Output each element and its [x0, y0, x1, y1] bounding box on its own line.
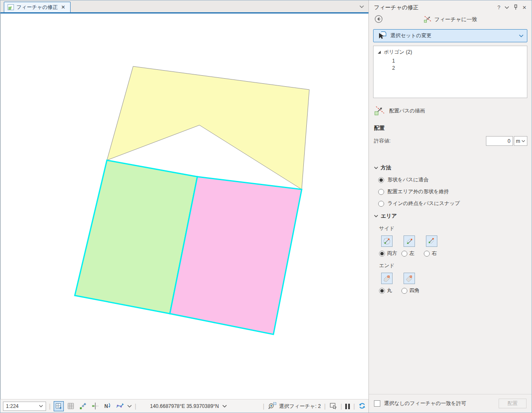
arcgis-window: フィーチャの修正 ✕ 1:224 | [0, 0, 532, 413]
select-tool-icon[interactable] [329, 402, 337, 411]
pane-menu-chevron-icon[interactable] [505, 5, 509, 11]
selected-features-count[interactable]: 選択フィーチャ: 2 [279, 403, 321, 410]
method-option-row[interactable]: 形状をパスに適合 [373, 176, 527, 183]
matched-features-list[interactable]: ポリゴン (2) 1 2 [373, 46, 527, 98]
north-icon: N [104, 402, 112, 410]
tree-item-2[interactable]: 2 [374, 64, 527, 71]
radio-end-round-label: 丸 [387, 287, 392, 294]
back-arrow-icon [374, 15, 383, 23]
tabstrip-chevron-down-icon[interactable] [359, 4, 364, 10]
separator: | [352, 403, 356, 410]
dropdown-chevron-icon[interactable] [519, 34, 524, 38]
side-right-button[interactable] [426, 235, 437, 247]
coordinates-chevron-icon[interactable] [222, 405, 227, 408]
map-tab-title: フィーチャの修正 [16, 4, 57, 11]
edit-sketch-button[interactable] [78, 401, 88, 411]
north-align-button[interactable]: N [103, 401, 113, 411]
method-collapse-icon[interactable] [374, 167, 378, 170]
unit-chevron-icon [521, 140, 525, 142]
method-section-header[interactable]: 方法 [373, 164, 527, 172]
selection-status-group: | 選択フィーチャ: 2 | | [262, 399, 366, 413]
tolerance-unit-value: m [516, 138, 520, 144]
vertex-snap-button[interactable] [90, 401, 101, 411]
method-option-row[interactable]: ラインの終点をパスにスナップ [373, 200, 527, 207]
scale-combobox[interactable]: 1:224 [3, 402, 46, 411]
pane-footer: 選択なしのフィーチャの一致を許可 配置 [369, 394, 532, 413]
tolerance-input[interactable] [486, 136, 513, 146]
side-left-button[interactable] [404, 235, 415, 247]
radio-side-left[interactable] [401, 251, 407, 257]
radio-snap-ends[interactable] [378, 201, 384, 207]
placement-heading: 配置 [373, 125, 527, 132]
grid-toggle-button[interactable] [66, 401, 76, 411]
area-section-header[interactable]: エリア [373, 213, 527, 220]
scale-chevron-down-icon[interactable] [39, 405, 43, 408]
editing-tools-chevron-icon[interactable] [127, 403, 132, 409]
selection-set-dropdown[interactable]: 選択セットの変更 [373, 29, 527, 42]
side-both-icon [382, 237, 391, 246]
zoom-to-selection-icon[interactable] [268, 402, 277, 411]
method-option-row[interactable]: 配置エリア外の形状を維持 [373, 188, 527, 195]
view-tab-strip: フィーチャの修正 ✕ [0, 0, 368, 12]
trace-mode-button[interactable] [115, 401, 125, 411]
draw-path-icon [374, 105, 385, 117]
side-label: サイド [373, 225, 527, 232]
coordinate-readout[interactable]: 140.6687978°E 35.9370389°N [140, 399, 237, 413]
side-right-icon [427, 237, 436, 246]
pause-drawing-icon[interactable] [345, 404, 350, 409]
pane-header: フィーチャの修正 ? ✕ [373, 0, 527, 11]
separator: | [134, 403, 137, 410]
separator: | [48, 403, 52, 410]
radio-end-square-label: 四角 [409, 287, 420, 294]
help-icon[interactable]: ? [497, 5, 500, 11]
selection-set-label: 選択セットの変更 [390, 32, 516, 39]
tree-item-1[interactable]: 1 [374, 57, 527, 64]
tool-title: フィーチャに一致 [434, 16, 477, 23]
radio-end-square[interactable] [401, 288, 407, 294]
map-document: フィーチャの修正 ✕ 1:224 | [0, 0, 368, 413]
back-button[interactable] [374, 14, 383, 24]
snapping-icon [55, 402, 63, 410]
map-view[interactable] [0, 14, 368, 399]
draw-path-label: 配置パスの描画 [389, 107, 425, 115]
radio-side-right-label: 右 [432, 250, 437, 257]
radio-side-both[interactable] [379, 251, 385, 257]
draw-alignment-path-button[interactable]: 配置パスの描画 [373, 105, 527, 116]
scale-value: 1:224 [6, 403, 19, 409]
tool-header-row: フィーチャに一致 [373, 13, 527, 26]
allow-unselected-checkbox[interactable] [374, 400, 380, 407]
radio-end-round[interactable] [379, 288, 385, 294]
radio-fit-shape[interactable] [378, 177, 384, 183]
tab-close-icon[interactable]: ✕ [60, 4, 66, 10]
end-square-button[interactable] [404, 273, 415, 284]
tolerance-label: 許容値: [374, 137, 486, 145]
area-collapse-icon[interactable] [374, 215, 378, 218]
map-tab-icon [8, 4, 14, 10]
tolerance-unit-dropdown[interactable]: m [514, 136, 527, 146]
allow-unselected-label: 選択なしのフィーチャの一致を許可 [384, 400, 467, 407]
end-round-button[interactable] [381, 273, 393, 284]
grid-icon [67, 402, 74, 410]
side-options: 両方 左 [373, 235, 527, 257]
radio-keep-shape[interactable] [378, 189, 384, 195]
map-view-tab[interactable]: フィーチャの修正 ✕ [4, 2, 71, 12]
refresh-icon[interactable] [358, 402, 366, 411]
radio-side-both-label: 両方 [387, 250, 397, 257]
modify-features-pane: フィーチャの修正 ? ✕ [368, 0, 532, 413]
side-both-button[interactable] [381, 235, 393, 247]
pin-icon[interactable] [513, 4, 518, 11]
tree-node-polygon[interactable]: ポリゴン (2) [374, 46, 527, 57]
edit-sketch-icon [79, 402, 87, 410]
apply-button[interactable]: 配置 [499, 399, 527, 408]
tree-expanded-icon[interactable] [378, 51, 381, 54]
snapping-toggle-button[interactable] [54, 401, 64, 411]
radio-side-right[interactable] [424, 251, 430, 257]
map-canvas[interactable] [1, 14, 368, 399]
selection-cursor-icon [377, 30, 387, 41]
pane-close-icon[interactable]: ✕ [522, 5, 527, 11]
svg-text:N: N [104, 403, 108, 409]
radio-snap-ends-label: ラインの終点をパスにスナップ [387, 200, 460, 207]
separator: | [323, 403, 327, 410]
end-round-icon [382, 274, 391, 283]
method-heading: 方法 [381, 164, 391, 172]
